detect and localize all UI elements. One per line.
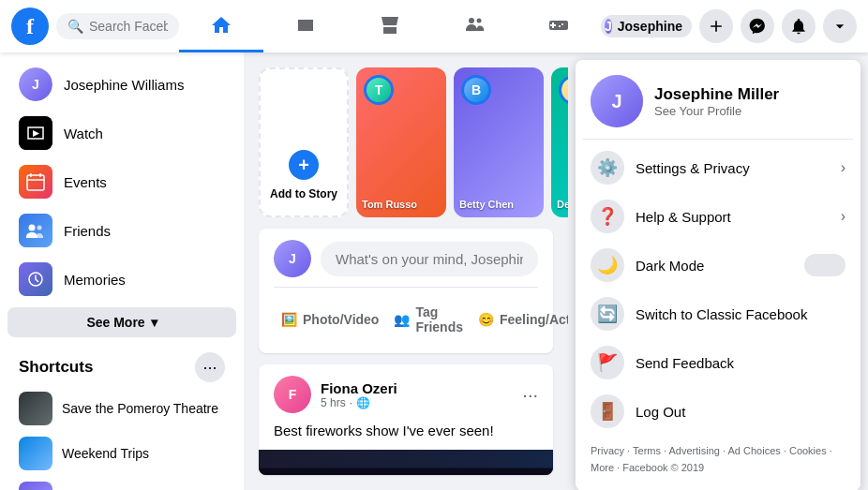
shortcut-pomeroy[interactable]: Save the Pomeroy Theatre xyxy=(7,386,236,431)
notifications-button[interactable] xyxy=(782,9,816,43)
story-betty[interactable]: B Betty Chen xyxy=(454,67,544,217)
moon-icon: 🌙 xyxy=(591,248,624,282)
sidebar-user-profile[interactable]: J Josephine Williams xyxy=(7,60,236,109)
tag-icon: 👥 xyxy=(394,312,410,327)
messenger-button[interactable] xyxy=(741,9,774,43)
post-photo-btn[interactable]: 🖼️ Photo/Video xyxy=(274,297,386,342)
dropdown-feedback[interactable]: 🚩 Send Feedback xyxy=(583,338,853,387)
sidebar: J Josephine Williams Watch Events Friend… xyxy=(0,52,244,490)
post-time-sep: · xyxy=(350,396,352,409)
sidebar-item-events[interactable]: Events xyxy=(7,157,236,206)
post-user-name[interactable]: Fiona Ozeri xyxy=(321,380,513,396)
shortcut-weekend[interactable]: Weekend Trips xyxy=(7,431,236,476)
darkmode-toggle[interactable] xyxy=(804,254,846,276)
post-image xyxy=(259,450,553,475)
shortcut-thumb-jasper xyxy=(19,482,52,490)
nav-marketplace[interactable] xyxy=(348,0,432,52)
logout-icon: 🚪 xyxy=(591,394,624,428)
post-photo-label: Photo/Video xyxy=(303,312,379,327)
right-panel: J Josephine Miller See Your Profile ⚙️ S… xyxy=(568,52,868,490)
sidebar-see-more-btn[interactable]: See More ▾ xyxy=(7,307,236,337)
shortcut-label-pomeroy: Save the Pomeroy Theatre xyxy=(62,401,218,416)
sidebar-item-memories[interactable]: Memories xyxy=(7,255,236,304)
shortcut-thumb-pomeroy xyxy=(19,392,52,425)
shortcut-label-weekend: Weekend Trips xyxy=(62,446,149,461)
story-tom[interactable]: T Tom Russo xyxy=(356,67,446,217)
dropdown-profile[interactable]: J Josephine Miller See Your Profile xyxy=(583,67,853,135)
dropdown-feedback-label: Send Feedback xyxy=(636,355,846,371)
classic-icon: 🔄 xyxy=(591,297,624,331)
stories-container: + Add to Story T Tom Russo B Betty Chen … xyxy=(259,67,553,217)
events-icon xyxy=(19,165,52,199)
settings-arrow-icon: › xyxy=(841,159,846,176)
watch-icon xyxy=(19,116,52,150)
svg-point-10 xyxy=(37,226,42,230)
story-name-dennis: Dennis Han xyxy=(557,199,568,210)
dropdown-classic[interactable]: 🔄 Switch to Classic Facebook xyxy=(583,290,853,338)
sidebar-item-friends[interactable]: Friends xyxy=(7,206,236,255)
post-fiona-avatar: F xyxy=(274,376,311,413)
dropdown-profile-info: Josephine Miller See Your Profile xyxy=(654,85,779,118)
globe-icon: 🌐 xyxy=(356,396,370,409)
dropdown-profile-avatar: J xyxy=(591,75,643,127)
post-tag-label: Tag Friends xyxy=(415,304,463,334)
post-input[interactable] xyxy=(321,242,538,276)
search-bar[interactable]: 🔍 xyxy=(56,13,179,39)
dropdown-profile-sub: See Your Profile xyxy=(654,104,779,118)
settings-icon: ⚙️ xyxy=(591,151,624,185)
dropdown-footer-text: Privacy · Terms · Advertising · Ad Choic… xyxy=(591,443,846,476)
nav-watch[interactable] xyxy=(263,0,348,52)
dropdown-darkmode[interactable]: 🌙 Dark Mode xyxy=(583,241,853,290)
shortcuts-title: Shortcuts xyxy=(19,358,93,377)
svg-rect-13 xyxy=(259,468,553,475)
dropdown-settings-label: Settings & Privacy xyxy=(636,160,830,176)
account-dropdown: J Josephine Miller See Your Profile ⚙️ S… xyxy=(576,60,861,490)
story-avatar-dennis: D xyxy=(559,75,568,105)
add-story-label: Add to Story xyxy=(270,187,337,200)
nav-user-avatar: J xyxy=(605,19,612,34)
story-avatar-tom: T xyxy=(364,75,394,105)
nav-groups[interactable] xyxy=(432,0,516,52)
post-input-row: J xyxy=(274,240,538,277)
account-dropdown-button[interactable] xyxy=(823,9,857,43)
dropdown-settings[interactable]: ⚙️ Settings & Privacy › xyxy=(583,143,853,192)
main-layout: J Josephine Williams Watch Events Friend… xyxy=(0,0,868,490)
nav-center xyxy=(179,0,601,52)
sidebar-events-label: Events xyxy=(64,174,107,190)
feedback-icon: 🚩 xyxy=(591,346,624,379)
fb-logo[interactable]: f xyxy=(11,7,49,45)
post-feeling-btn[interactable]: 😊 Feeling/Activity xyxy=(471,297,568,342)
post-options-btn[interactable]: ··· xyxy=(522,384,538,406)
topnav: f 🔍 J Josephine xyxy=(0,0,868,52)
shortcut-thumb-weekend xyxy=(19,437,52,470)
add-button[interactable] xyxy=(699,9,733,43)
nav-right: J Josephine xyxy=(601,9,857,43)
post-user-info: Fiona Ozeri 5 hrs · 🌐 xyxy=(321,380,513,409)
nav-user-profile[interactable]: J Josephine xyxy=(601,15,692,37)
shortcuts-more-btn[interactable]: ··· xyxy=(195,352,225,382)
fb-logo-letter: f xyxy=(26,14,34,39)
svg-rect-3 xyxy=(19,165,52,199)
dropdown-help[interactable]: ❓ Help & Support › xyxy=(583,192,853,241)
feed-post-1: F Fiona Ozeri 5 hrs · 🌐 ··· Best firewor… xyxy=(259,364,553,475)
post-text: Best fireworks show I've ever seen! xyxy=(259,421,553,450)
dropdown-logout[interactable]: 🚪 Log Out xyxy=(583,387,853,436)
sidebar-watch-label: Watch xyxy=(64,126,103,141)
search-input[interactable] xyxy=(89,19,168,34)
friends-icon xyxy=(19,214,52,247)
sidebar-user-name: Josephine Williams xyxy=(64,77,184,93)
post-meta: 5 hrs · 🌐 xyxy=(321,396,513,409)
story-add[interactable]: + Add to Story xyxy=(259,67,349,217)
feed: + Add to Story T Tom Russo B Betty Chen … xyxy=(244,52,568,490)
post-actions: 🖼️ Photo/Video 👥 Tag Friends 😊 Feeling/A… xyxy=(274,287,538,342)
sidebar-memories-label: Memories xyxy=(64,272,126,288)
nav-gaming[interactable] xyxy=(516,0,601,52)
post-tag-btn[interactable]: 👥 Tag Friends xyxy=(386,297,471,342)
sidebar-item-watch[interactable]: Watch xyxy=(7,109,236,157)
post-user-avatar: J xyxy=(274,240,311,277)
shortcut-jasper[interactable]: Jasper's Market xyxy=(7,476,236,490)
dropdown-darkmode-label: Dark Mode xyxy=(636,258,793,274)
help-arrow-icon: › xyxy=(841,208,846,225)
story-dennis[interactable]: D Dennis Han xyxy=(551,67,568,217)
nav-home[interactable] xyxy=(179,0,263,52)
